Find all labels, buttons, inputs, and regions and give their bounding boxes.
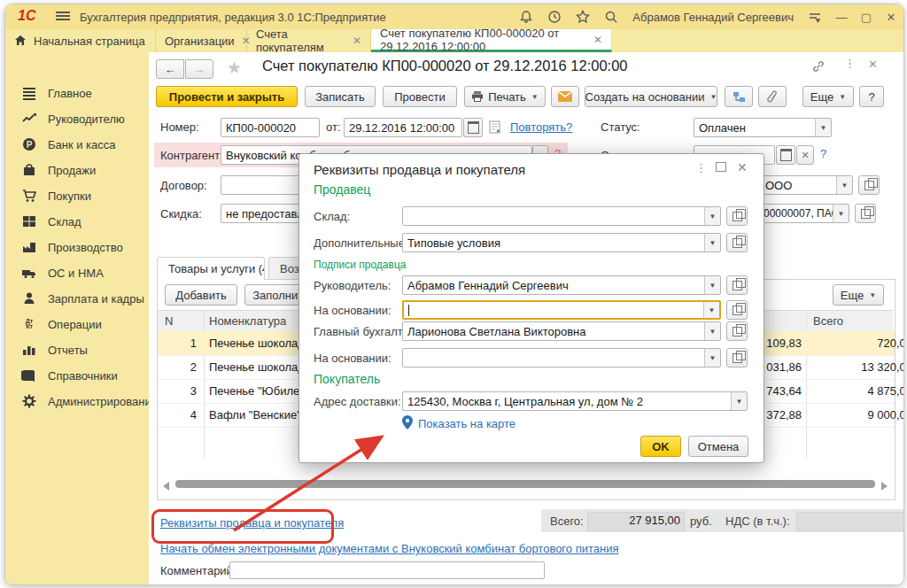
close-tab-icon[interactable]: ✕	[593, 34, 602, 46]
schedule-repeat-icon[interactable]	[489, 120, 504, 135]
kebab-menu-icon[interactable]: ⋮	[844, 57, 856, 70]
dropdown-arrow-icon[interactable]: ▼	[703, 302, 719, 318]
tab-invoices-list[interactable]: Счета покупателям✕	[247, 29, 371, 52]
service-menu-icon[interactable]	[807, 9, 823, 25]
sidebar-item-fixed-assets[interactable]: ОС и НМА	[5, 260, 149, 285]
basis1-choose-button[interactable]	[726, 300, 748, 320]
head-input[interactable]: Абрамов Геннадий Сергеевич▼	[402, 275, 721, 295]
search-icon[interactable]	[603, 9, 619, 25]
dropdown-arrow-icon[interactable]: ▼	[833, 205, 849, 222]
close-tab-icon[interactable]: ✕	[353, 35, 361, 47]
post-and-close-button[interactable]: Провести и закрыть	[156, 86, 298, 107]
sidebar-item-main[interactable]: Главное	[5, 81, 149, 105]
dropdown-arrow-icon[interactable]: ▼	[731, 392, 747, 410]
organization-choose-button[interactable]	[858, 175, 880, 195]
main-menu-icon[interactable]	[56, 12, 70, 22]
sidebar-item-bank-cash[interactable]: Р Банк и касса	[5, 132, 149, 157]
sidebar-item-salary-hr[interactable]: Зарплата и кадры	[5, 286, 149, 311]
structure-button[interactable]	[725, 86, 753, 107]
close-document-icon[interactable]: ✕	[868, 58, 878, 71]
comment-label: Комментарий:	[160, 564, 236, 577]
col-n[interactable]: N	[165, 314, 173, 328]
number-input[interactable]: КП00-000020	[221, 118, 320, 137]
forward-button[interactable]: →	[185, 59, 213, 79]
bank-account-choose-button[interactable]	[855, 204, 876, 223]
comment-input[interactable]	[229, 561, 545, 579]
modal-ok-button[interactable]: OK	[640, 436, 681, 457]
scroll-left-icon[interactable]	[163, 482, 169, 491]
head-choose-button[interactable]	[726, 275, 748, 295]
post-button[interactable]: Провести	[383, 86, 457, 107]
dropdown-arrow-icon[interactable]: ▼	[704, 349, 720, 367]
repeat-link[interactable]: Повторять?	[510, 120, 572, 134]
basis2-choose-button[interactable]	[726, 348, 748, 368]
add-row-button[interactable]: Добавить	[165, 284, 237, 306]
sidebar-item-operations[interactable]: ДтКт Операции	[5, 312, 149, 337]
dropdown-arrow-icon[interactable]: ▼	[815, 119, 831, 136]
close-window-button[interactable]: ✕	[881, 11, 901, 24]
maximize-button[interactable]: ▢	[857, 11, 876, 24]
table-more-button[interactable]: Еще▼	[833, 284, 884, 306]
date-input[interactable]: 29.12.2016 12:00:00	[344, 118, 462, 137]
sidebar-item-production[interactable]: Производство	[5, 235, 149, 259]
tab-goods-services[interactable]: Товары и услуги (4)	[157, 257, 265, 280]
col-total[interactable]: Всего	[813, 314, 843, 328]
tab-home[interactable]: Начальная страница	[5, 29, 156, 52]
delivery-address-input[interactable]: 125430, Москва г, Центральная ул, дом № …	[402, 391, 748, 411]
attachments-button[interactable]	[758, 86, 787, 107]
calendar-picker-icon[interactable]	[463, 118, 483, 137]
shopping-cart-icon	[21, 188, 37, 204]
sidebar-item-reports[interactable]: Отчеты	[5, 337, 149, 362]
back-button[interactable]: ←	[156, 59, 184, 79]
horizontal-scrollbar[interactable]	[175, 480, 875, 488]
notifications-bell-icon[interactable]	[518, 9, 534, 25]
dropdown-arrow-icon[interactable]: ▼	[704, 234, 720, 251]
sidebar-item-purchases[interactable]: Покупки	[5, 183, 149, 208]
warehouse-choose-button[interactable]	[726, 206, 748, 226]
accountant-input[interactable]: Ларионова Светлана Викторовна▼	[402, 321, 721, 341]
more-button[interactable]: Еще▼	[802, 86, 854, 107]
extra-conditions-choose-button[interactable]	[726, 233, 748, 252]
sidebar-item-warehouse[interactable]: Склад	[5, 209, 149, 234]
calendar-picker-icon[interactable]	[776, 145, 795, 165]
get-link-icon[interactable]	[811, 59, 826, 74]
send-email-button[interactable]	[551, 86, 579, 107]
warehouse-input[interactable]: ▼	[402, 206, 721, 226]
current-user[interactable]: Абрамов Геннадий Сергеевич	[632, 11, 794, 24]
accountant-choose-button[interactable]	[726, 321, 748, 341]
modal-maximize-icon[interactable]	[716, 162, 726, 172]
sidebar-item-manager[interactable]: Руководителю	[5, 106, 149, 131]
save-button[interactable]: Записать	[305, 86, 376, 107]
sidebar-item-directories[interactable]: Справочники	[5, 363, 149, 388]
pay-until-help-link[interactable]: ?	[820, 147, 826, 160]
ruble-circle-icon: Р	[21, 136, 37, 152]
tab-organizations[interactable]: Организации✕	[156, 29, 247, 52]
minimize-button[interactable]: —	[832, 11, 851, 24]
basis2-input[interactable]: ▼	[402, 348, 721, 368]
modal-cancel-button[interactable]: Отмена	[688, 436, 748, 457]
print-button[interactable]: Печать▼	[464, 86, 546, 107]
favorites-star-icon[interactable]	[575, 9, 591, 25]
col-nomenclature[interactable]: Номенклатура	[209, 314, 286, 328]
edi-exchange-link[interactable]: Начать обмен электронными документами с …	[160, 542, 619, 555]
tab-invoice-document[interactable]: Счет покупателю КП00-000020 от 29.12.201…	[371, 29, 612, 52]
discount-label: Скидка:	[160, 207, 202, 220]
scroll-right-icon[interactable]	[881, 482, 888, 491]
favorite-star-icon[interactable]: ★	[227, 58, 242, 78]
sidebar-item-sales[interactable]: Продажи	[5, 158, 149, 182]
history-icon[interactable]	[547, 9, 562, 25]
modal-close-icon[interactable]: ✕	[737, 160, 748, 174]
extra-conditions-input[interactable]: Типовые условия▼	[402, 233, 721, 252]
dropdown-arrow-icon[interactable]: ▼	[836, 176, 852, 194]
dropdown-arrow-icon[interactable]: ▼	[704, 322, 720, 340]
basis1-input-focused[interactable]: ▼	[402, 300, 721, 320]
dropdown-arrow-icon[interactable]: ▼	[704, 276, 720, 294]
sidebar-item-administration[interactable]: Администрирование	[5, 389, 149, 414]
dropdown-arrow-icon[interactable]: ▼	[704, 207, 720, 225]
clear-date-icon[interactable]: ✕	[796, 145, 814, 165]
help-button[interactable]: ?	[859, 86, 884, 107]
show-on-map-link[interactable]: Показать на карте	[418, 417, 516, 430]
modal-kebab-icon[interactable]: ⋮	[695, 161, 707, 174]
status-select[interactable]: Оплачен▼	[694, 118, 832, 137]
create-based-on-button[interactable]: Создать на основании▼	[585, 86, 717, 107]
